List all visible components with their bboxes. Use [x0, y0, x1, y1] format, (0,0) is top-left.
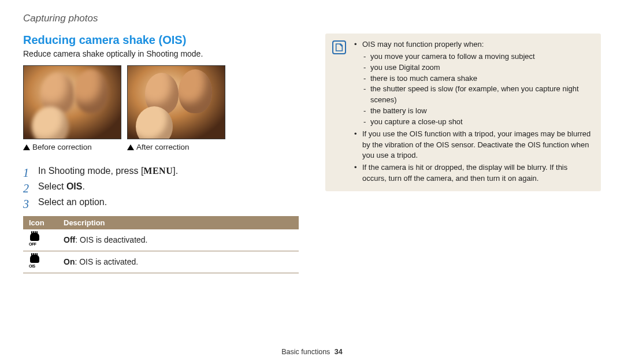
note-icon: [332, 40, 346, 54]
note-line: OIS may not function properly when:: [362, 40, 484, 49]
caption-after-text: After correction: [136, 143, 190, 151]
intro-text: Reduce camera shake optically in Shootin…: [23, 49, 299, 58]
note-box: OIS may not function properly when: you …: [325, 34, 601, 191]
note-subline: there is too much camera shake: [362, 73, 592, 84]
note-subline: you capture a close-up shot: [362, 117, 592, 128]
photo-after: [127, 65, 225, 139]
footer-page-number: 34: [335, 348, 343, 356]
photo-before: [23, 65, 121, 139]
note-subline: the shutter speed is slow (for example, …: [362, 84, 592, 106]
menu-key-label: MENU: [143, 166, 173, 176]
step-1: In Shooting mode, press [MENU].: [23, 163, 299, 179]
caption-before-text: Before correction: [32, 143, 92, 151]
triangle-up-icon: [23, 144, 30, 150]
table-row: OIS On: OIS is activated.: [23, 251, 299, 273]
caption-after: After correction: [127, 143, 225, 151]
page-footer: Basic functions 34: [0, 348, 624, 356]
breadcrumb: Capturing photos: [23, 13, 601, 24]
ois-on-icon: OIS: [29, 255, 42, 268]
step-3: Select an option.: [23, 194, 299, 210]
note-line: If the camera is hit or dropped, the dis…: [354, 162, 592, 184]
caption-before: Before correction: [23, 143, 121, 151]
th-description: Description: [58, 216, 299, 229]
table-row: OFF Off: OIS is deactivated.: [23, 229, 299, 251]
note-subline: you move your camera to follow a moving …: [362, 51, 592, 62]
th-icon: Icon: [23, 216, 58, 229]
section-title: Reducing camera shake (OIS): [23, 34, 299, 47]
footer-section: Basic functions: [281, 348, 330, 356]
note-subline: the battery is low: [362, 106, 592, 117]
note-line: If you use the OIS function with a tripo…: [354, 129, 592, 162]
options-table: Icon Description OFF Off: OIS is deactiv…: [23, 216, 299, 273]
note-subline: you use Digital zoom: [362, 62, 592, 73]
step-2: Select OIS.: [23, 179, 299, 194]
triangle-up-icon: [127, 144, 134, 150]
ois-off-icon: OFF: [29, 233, 42, 246]
